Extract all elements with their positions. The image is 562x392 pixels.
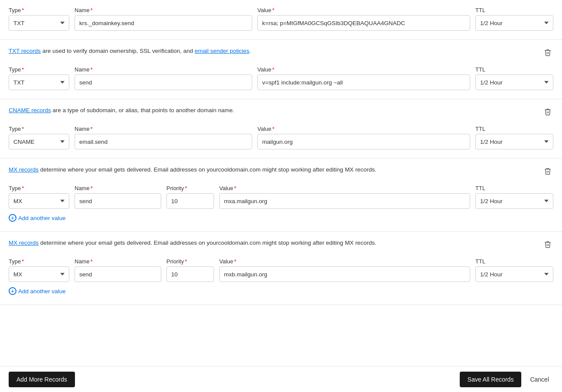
field-group-value-4: Value* [219,185,470,209]
cancel-button[interactable]: Cancel [526,372,553,387]
value-label-3: Value* [257,126,470,132]
field-group-name-5: Name* [75,258,161,282]
field-group-priority-4: Priority* [166,185,214,209]
record-section-3: CNAME records are a type of subdomain, o… [0,99,562,159]
type-label-1: Type* [9,7,69,13]
ttl-label-1: TTL [475,7,553,13]
email-sender-policies-link[interactable]: email sender policies [195,48,249,54]
value-label-2: Value* [257,66,470,73]
name-label-2: Name* [75,66,252,73]
value-label-5: Value* [219,258,470,265]
type-label-4: Type* [9,185,69,191]
field-group-type-4: Type* TXT CNAME MX [9,185,69,209]
fields-row-1: Type* TXT CNAME MX A Name* Value* [9,7,553,31]
mx-records-link-2[interactable]: MX records [9,240,39,246]
section-description-3: CNAME records are a type of subdomain, o… [9,106,234,115]
field-group-name-2: Name* [75,66,252,90]
field-group-priority-5: Priority* [166,258,214,282]
priority-input-5[interactable] [166,266,214,282]
name-input-5[interactable] [75,266,161,282]
value-input-3[interactable] [257,134,470,149]
name-input-2[interactable] [75,75,252,90]
field-group-value-2: Value* [257,66,470,90]
section-description-2: TXT records are used to verify domain ow… [9,47,251,55]
value-input-1[interactable] [257,15,470,31]
mx-records-link-1[interactable]: MX records [9,166,39,173]
field-group-name-1: Name* [75,7,252,31]
type-select-5[interactable]: TXT CNAME MX [9,266,69,282]
field-group-name-4: Name* [75,185,161,209]
value-input-4[interactable] [219,193,470,209]
type-select-4[interactable]: TXT CNAME MX [9,193,69,209]
ttl-select-4[interactable]: 1/2 Hour 1 Hour [475,193,553,209]
add-circle-icon-5: + [9,287,16,295]
txt-records-link-1[interactable]: TXT records [9,48,41,54]
delete-button-2[interactable] [542,47,553,59]
ttl-label-5: TTL [475,258,553,265]
type-label-3: Type* [9,126,69,132]
section-header-5: MX records determine where your email ge… [9,239,553,251]
name-input-4[interactable] [75,193,161,209]
name-label-1: Name* [75,7,252,13]
ttl-select-5[interactable]: 1/2 Hour 1 Hour [475,266,553,282]
type-select-2[interactable]: TXT CNAME MX [9,75,69,90]
ttl-label-4: TTL [475,185,553,191]
add-more-records-button[interactable]: Add More Records [9,372,75,387]
type-label-5: Type* [9,258,69,265]
fields-row-3: Type* TXT CNAME MX Name* Value* [9,126,553,149]
field-group-type-1: Type* TXT CNAME MX A [9,7,69,31]
add-another-value-button-5[interactable]: + Add another value [9,286,66,296]
name-label-5: Name* [75,258,161,265]
record-section-2: TXT records are used to verify domain ow… [0,40,562,99]
save-all-records-button[interactable]: Save All Records [460,372,522,387]
field-group-ttl-4: TTL 1/2 Hour 1 Hour [475,185,553,209]
priority-label-4: Priority* [166,185,214,191]
name-label-4: Name* [75,185,161,191]
field-group-ttl-1: TTL 1/2 Hour 1 Hour 2 Hours [475,7,553,31]
field-group-ttl-5: TTL 1/2 Hour 1 Hour [475,258,553,282]
ttl-label-3: TTL [475,126,553,132]
section-header-3: CNAME records are a type of subdomain, o… [9,106,553,119]
add-value-row-4: + Add another value [9,213,553,223]
field-group-ttl-2: TTL 1/2 Hour 1 Hour [475,66,553,90]
value-input-2[interactable] [257,75,470,90]
add-another-value-button-4[interactable]: + Add another value [9,213,66,223]
ttl-select-2[interactable]: 1/2 Hour 1 Hour [475,75,553,90]
priority-input-4[interactable] [166,193,214,209]
field-group-type-2: Type* TXT CNAME MX [9,66,69,90]
ttl-label-2: TTL [475,66,553,73]
field-group-type-3: Type* TXT CNAME MX [9,126,69,149]
type-select-1[interactable]: TXT CNAME MX A [9,15,69,31]
footer-right: Save All Records Cancel [460,372,553,387]
cname-records-link[interactable]: CNAME records [9,107,51,113]
fields-row-4: Type* TXT CNAME MX Name* Priority* [9,185,553,209]
section-header-2: TXT records are used to verify domain ow… [9,47,553,59]
name-input-1[interactable] [75,15,252,31]
ttl-select-1[interactable]: 1/2 Hour 1 Hour 2 Hours [475,15,553,31]
footer-bar: Add More Records Save All Records Cancel [0,366,562,392]
delete-button-3[interactable] [542,106,553,119]
delete-button-5[interactable] [542,239,553,251]
section-description-4: MX records determine where your email ge… [9,165,377,174]
ttl-select-3[interactable]: 1/2 Hour 1 Hour [475,134,553,149]
delete-button-4[interactable] [542,165,553,178]
record-section-1: Type* TXT CNAME MX A Name* Value* [0,0,562,40]
section-header-4: MX records determine where your email ge… [9,165,553,178]
record-section-5: MX records determine where your email ge… [0,232,562,305]
page-wrapper: Type* TXT CNAME MX A Name* Value* [0,0,562,392]
field-group-value-3: Value* [257,126,470,149]
add-value-row-5: + Add another value [9,286,553,296]
type-select-3[interactable]: TXT CNAME MX [9,134,69,149]
value-input-5[interactable] [219,266,470,282]
priority-label-5: Priority* [166,258,214,265]
section-description-5: MX records determine where your email ge… [9,239,377,247]
value-label-1: Value* [257,7,470,13]
type-label-2: Type* [9,66,69,73]
fields-row-5: Type* TXT CNAME MX Name* Priority* [9,258,553,282]
field-group-name-3: Name* [75,126,252,149]
name-input-3[interactable] [75,134,252,149]
name-label-3: Name* [75,126,252,132]
field-group-type-5: Type* TXT CNAME MX [9,258,69,282]
field-group-ttl-3: TTL 1/2 Hour 1 Hour [475,126,553,149]
value-label-4: Value* [219,185,470,191]
